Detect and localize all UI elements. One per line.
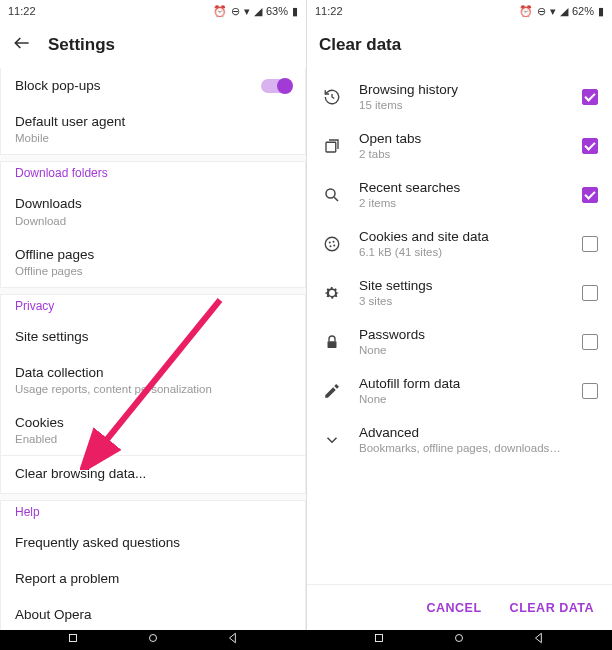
nav-back-icon[interactable] xyxy=(226,631,240,649)
wifi-icon: ▾ xyxy=(550,5,556,18)
clear-data-item[interactable]: Site settings3 sites xyxy=(307,268,612,317)
checkbox[interactable] xyxy=(582,89,598,105)
status-icons: ⏰ ⊖ ▾ ◢ 62% ▮ xyxy=(519,5,604,18)
svg-point-10 xyxy=(150,635,157,642)
nav-back-icon[interactable] xyxy=(532,631,546,649)
nav-home-icon[interactable] xyxy=(452,631,466,649)
battery-icon: ▮ xyxy=(292,5,298,18)
svg-point-12 xyxy=(456,635,463,642)
faq-row[interactable]: Frequently asked questions xyxy=(1,525,305,561)
battery-text: 62% xyxy=(572,5,594,17)
privacy-header: Privacy xyxy=(1,295,305,319)
clear-data-item[interactable]: Cookies and site data6.1 kB (41 sites) xyxy=(307,219,612,268)
report-problem-row[interactable]: Report a problem xyxy=(1,561,305,597)
cookies-row[interactable]: Cookies Enabled xyxy=(1,405,305,455)
default-ua-sub: Mobile xyxy=(15,132,291,144)
alarm-icon: ⏰ xyxy=(519,5,533,18)
checkbox[interactable] xyxy=(582,383,598,399)
svg-rect-11 xyxy=(376,635,383,642)
cookie-icon xyxy=(321,235,343,253)
wifi-icon: ▾ xyxy=(244,5,250,18)
dnd-icon: ⊖ xyxy=(231,5,240,18)
android-nav-bar xyxy=(0,630,612,650)
lock-icon xyxy=(321,333,343,351)
nav-overview-icon[interactable] xyxy=(66,631,80,649)
clear-data-button[interactable]: CLEAR DATA xyxy=(510,601,594,615)
chevron-down-icon xyxy=(321,431,343,449)
svg-point-7 xyxy=(333,244,335,246)
app-bar: Clear data xyxy=(307,22,612,68)
gear-icon xyxy=(321,284,343,302)
clear-data-screen: 11:22 ⏰ ⊖ ▾ ◢ 62% ▮ Clear data Browsing … xyxy=(306,0,612,630)
clear-data-item[interactable]: Autofill form dataNone xyxy=(307,366,612,415)
block-popups-label: Block pop-ups xyxy=(15,78,261,94)
default-user-agent-row[interactable]: Default user agent Mobile xyxy=(1,104,305,154)
clear-browsing-data-row[interactable]: Clear browsing data... xyxy=(1,456,305,492)
site-settings-row[interactable]: Site settings xyxy=(1,319,305,355)
downloads-row[interactable]: Downloads Download xyxy=(1,186,305,236)
settings-screen: 11:22 ⏰ ⊖ ▾ ◢ 63% ▮ Settings Block pop-u… xyxy=(0,0,306,630)
search-icon xyxy=(321,186,343,204)
svg-point-5 xyxy=(333,240,335,242)
status-bar: 11:22 ⏰ ⊖ ▾ ◢ 63% ▮ xyxy=(0,0,306,22)
about-row[interactable]: About Opera xyxy=(1,597,305,630)
download-folders-header: Download folders xyxy=(1,162,305,186)
checkbox[interactable] xyxy=(582,236,598,252)
page-title: Clear data xyxy=(319,35,401,55)
svg-rect-1 xyxy=(326,142,336,152)
battery-text: 63% xyxy=(266,5,288,17)
back-icon[interactable] xyxy=(12,33,32,57)
battery-icon: ▮ xyxy=(598,5,604,18)
clear-data-item[interactable]: Open tabs2 tabs xyxy=(307,121,612,170)
tabs-icon xyxy=(321,137,343,155)
svg-point-6 xyxy=(330,245,332,247)
status-icons: ⏰ ⊖ ▾ ◢ 63% ▮ xyxy=(213,5,298,18)
checkbox[interactable] xyxy=(582,334,598,350)
clear-data-item[interactable]: Recent searches2 items xyxy=(307,170,612,219)
checkbox[interactable] xyxy=(582,285,598,301)
signal-icon: ◢ xyxy=(560,5,568,18)
history-icon xyxy=(321,88,343,106)
clear-data-item[interactable]: PasswordsNone xyxy=(307,317,612,366)
signal-icon: ◢ xyxy=(254,5,262,18)
dialog-actions: CANCEL CLEAR DATA xyxy=(307,584,612,630)
nav-home-icon[interactable] xyxy=(146,631,160,649)
nav-overview-icon[interactable] xyxy=(372,631,386,649)
svg-rect-8 xyxy=(328,341,337,348)
clear-data-item[interactable]: Browsing history15 items xyxy=(307,72,612,121)
cancel-button[interactable]: CANCEL xyxy=(427,601,482,615)
offline-pages-row[interactable]: Offline pages Offline pages xyxy=(1,237,305,287)
block-popups-row[interactable]: Block pop-ups xyxy=(1,68,305,104)
help-header: Help xyxy=(1,501,305,525)
status-bar: 11:22 ⏰ ⊖ ▾ ◢ 62% ▮ xyxy=(307,0,612,22)
clock: 11:22 xyxy=(315,5,519,17)
clock: 11:22 xyxy=(8,5,213,17)
pencil-icon xyxy=(321,382,343,400)
advanced-row[interactable]: AdvancedBookmarks, offline pages, downlo… xyxy=(307,415,612,464)
data-collection-row[interactable]: Data collection Usage reports, content p… xyxy=(1,355,305,405)
svg-rect-9 xyxy=(70,635,77,642)
app-bar: Settings xyxy=(0,22,306,68)
alarm-icon: ⏰ xyxy=(213,5,227,18)
page-title: Settings xyxy=(48,35,115,55)
svg-point-2 xyxy=(326,189,335,198)
checkbox[interactable] xyxy=(582,187,598,203)
dnd-icon: ⊖ xyxy=(537,5,546,18)
block-popups-toggle[interactable] xyxy=(261,79,291,93)
checkbox[interactable] xyxy=(582,138,598,154)
default-ua-label: Default user agent xyxy=(15,114,291,130)
svg-point-3 xyxy=(325,237,339,251)
svg-point-4 xyxy=(329,241,331,243)
